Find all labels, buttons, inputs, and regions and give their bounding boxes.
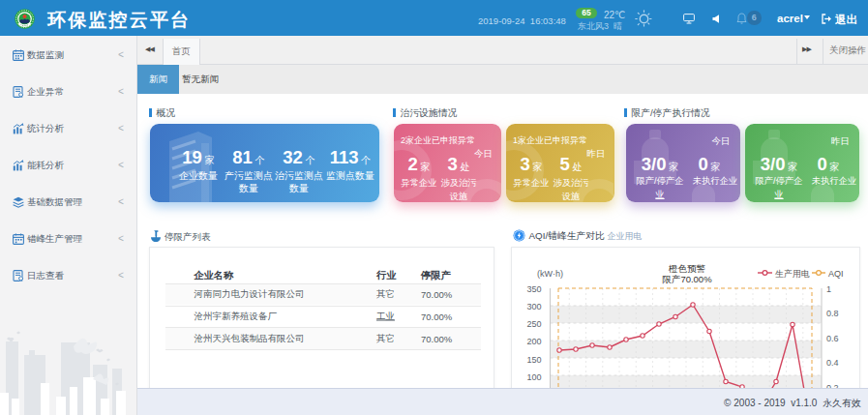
svg-text:生产用电: 生产用电 [775, 269, 810, 279]
svg-text:350: 350 [526, 284, 541, 294]
svg-text:0.6: 0.6 [826, 334, 839, 343]
svg-text:橙色预警: 橙色预警 [668, 263, 706, 274]
svg-text:1: 1 [826, 284, 831, 294]
svg-text:200: 200 [526, 337, 541, 346]
svg-text:0.8: 0.8 [826, 309, 839, 318]
svg-text:300: 300 [526, 302, 541, 311]
svg-text:AQI: AQI [828, 269, 844, 279]
svg-text:100: 100 [526, 372, 541, 382]
svg-text:250: 250 [526, 319, 541, 329]
svg-text:限产70.00%: 限产70.00% [662, 274, 712, 284]
svg-text:150: 150 [526, 355, 541, 365]
svg-text:(kW·h): (kW·h) [537, 269, 563, 279]
svg-text:0.4: 0.4 [826, 358, 839, 368]
